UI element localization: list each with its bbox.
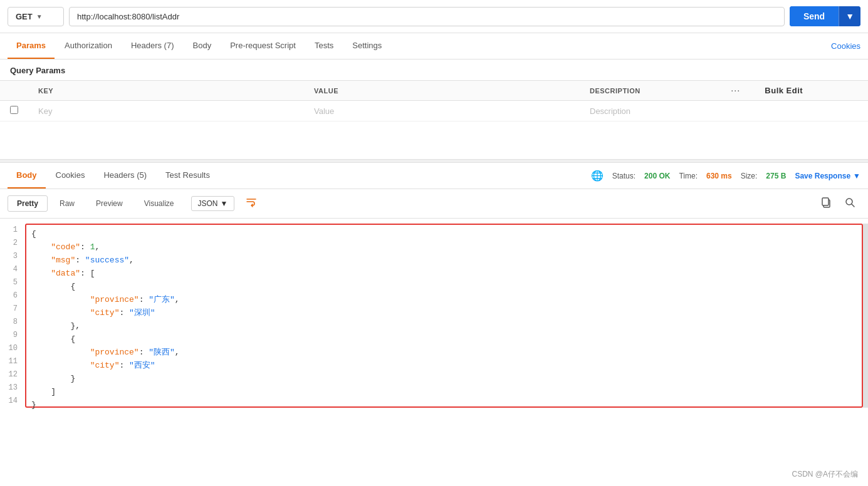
status-label: Status: [612,172,635,180]
params-table: KEY VALUE DESCRIPTION ··· Bulk Edit Key … [0,80,868,122]
line-num: 13 [8,381,18,395]
line-num: 2 [8,237,18,250]
format-bar: Pretty Raw Preview Visualize JSON ▼ [0,189,868,219]
svg-line-3 [852,204,854,207]
col-key-header: KEY [28,81,304,101]
code-line-7: "city": "深圳" [31,306,857,319]
row-value[interactable]: Value [304,101,580,122]
table-row: Key Value Description [0,101,868,122]
code-content: { "code": 1, "msg": "success", "data": [… [25,224,863,408]
json-selector-label: JSON [198,199,218,208]
line-num: 12 [8,368,18,381]
row-checkbox[interactable] [10,106,18,114]
query-params-label: Query Params [0,59,868,80]
svg-rect-1 [822,198,829,205]
line-num: 1 [8,224,18,237]
time-label: Time: [679,172,698,180]
size-value: 275 B [766,172,786,180]
format-tab-pretty[interactable]: Pretty [8,195,48,212]
line-num: 6 [8,289,18,302]
send-button-group: Send ▼ [790,6,860,26]
code-line-4: "data": [ [31,267,857,280]
code-line-13: ] [31,385,857,398]
format-tab-raw[interactable]: Raw [50,195,84,212]
tab-pre-request[interactable]: Pre-request Script [221,33,305,59]
status-code: 200 OK [644,172,670,180]
response-tab-test-results[interactable]: Test Results [157,163,219,189]
code-line-1: { [31,227,857,240]
tab-params[interactable]: Params [8,33,55,59]
code-line-3: "msg": "success", [31,254,857,267]
json-selector-chevron-icon: ▼ [221,199,228,208]
line-num: 4 [8,263,18,276]
response-code-area: 1 2 3 4 5 6 7 8 9 10 11 12 13 14 { "code… [0,219,868,413]
line-num: 5 [8,276,18,289]
bulk-edit-header[interactable]: Bulk Edit [755,81,868,101]
code-line-10: "province": "陕西", [31,346,857,359]
search-button[interactable] [839,194,860,213]
line-num: 3 [8,250,18,263]
copy-button[interactable] [815,194,837,213]
format-icons [242,194,261,213]
json-format-selector[interactable]: JSON ▼ [191,196,235,211]
response-status: 🌐 Status: 200 OK Time: 630 ms Size: 275 … [591,170,860,182]
line-num: 14 [8,395,18,408]
col-check-header [0,81,28,101]
request-empty-space [0,122,868,159]
code-line-9: { [31,333,857,346]
line-num: 10 [8,342,18,355]
method-chevron-icon: ▼ [36,13,43,20]
row-bulk [755,101,868,122]
scrollbar[interactable] [863,224,868,408]
method-selector[interactable]: GET ▼ [8,7,64,26]
send-dropdown-button[interactable]: ▼ [839,6,860,26]
tab-body[interactable]: Body [184,33,221,59]
line-num: 9 [8,329,18,342]
tab-settings[interactable]: Settings [343,33,390,59]
code-line-8: }, [31,319,857,333]
time-value: 630 ms [706,172,732,180]
line-num: 7 [8,302,18,316]
url-bar: GET ▼ Send ▼ [0,0,868,33]
bulk-edit-label[interactable]: Bulk Edit [765,86,803,95]
tab-authorization[interactable]: Authorization [56,33,121,59]
row-actions [717,101,755,122]
cookies-link[interactable]: Cookies [831,41,860,51]
code-line-14: } [31,398,857,411]
tabs-right: Cookies [831,41,860,51]
save-response-chevron-icon: ▼ [853,172,860,180]
response-tab-body[interactable]: Body [8,163,46,189]
col-desc-header: DESCRIPTION [580,81,717,101]
row-check [0,101,28,122]
col-actions-header: ··· [717,81,755,101]
code-line-12: } [31,372,857,385]
tab-tests[interactable]: Tests [306,33,342,59]
method-label: GET [16,12,33,21]
code-line-5: { [31,280,857,293]
size-label: Size: [741,172,758,180]
format-bar-right [815,194,860,213]
response-tab-cookies[interactable]: Cookies [47,163,94,189]
line-num: 8 [8,316,18,329]
globe-icon: 🌐 [591,170,604,182]
save-response-label: Save Response [795,172,850,180]
save-response-button[interactable]: Save Response ▼ [795,172,860,180]
watermark: CSDN @A仔不会编 [792,469,858,480]
code-line-2: "code": 1, [31,240,857,254]
line-num: 11 [8,355,18,368]
col-value-header: VALUE [304,81,580,101]
response-tab-headers[interactable]: Headers (5) [95,163,155,189]
tab-headers[interactable]: Headers (7) [122,33,183,59]
more-icon[interactable]: ··· [731,87,741,95]
url-input[interactable] [69,7,785,26]
request-tabs-bar: Params Authorization Headers (7) Body Pr… [0,33,868,59]
row-key[interactable]: Key [28,101,304,122]
wrap-lines-icon[interactable] [242,194,261,213]
send-button[interactable]: Send [790,6,839,26]
code-line-6: "province": "广东", [31,293,857,306]
row-description[interactable]: Description [580,101,717,122]
response-tabs-bar: Body Cookies Headers (5) Test Results 🌐 … [0,163,868,189]
code-line-11: "city": "西安" [31,359,857,372]
format-tab-preview[interactable]: Preview [86,195,132,212]
format-tab-visualize[interactable]: Visualize [135,195,184,212]
